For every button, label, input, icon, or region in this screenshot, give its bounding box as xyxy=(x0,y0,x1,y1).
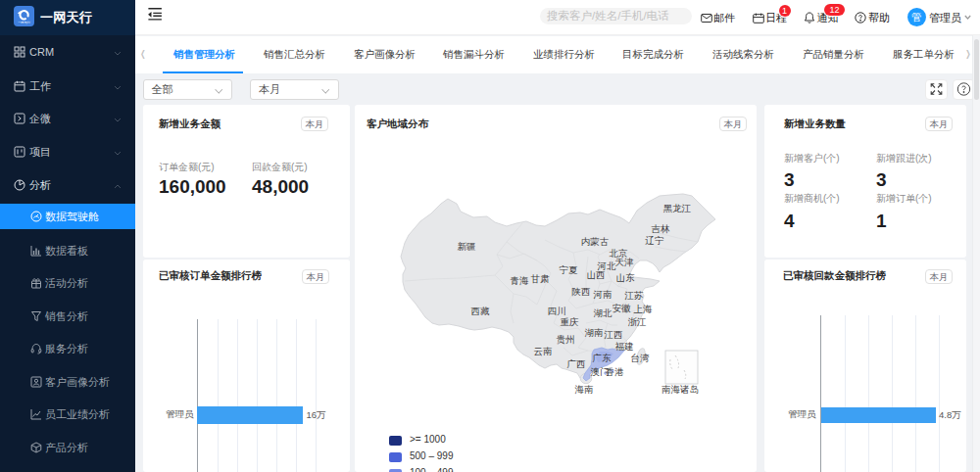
svg-text:一网天行: 一网天行 xyxy=(18,21,31,24)
